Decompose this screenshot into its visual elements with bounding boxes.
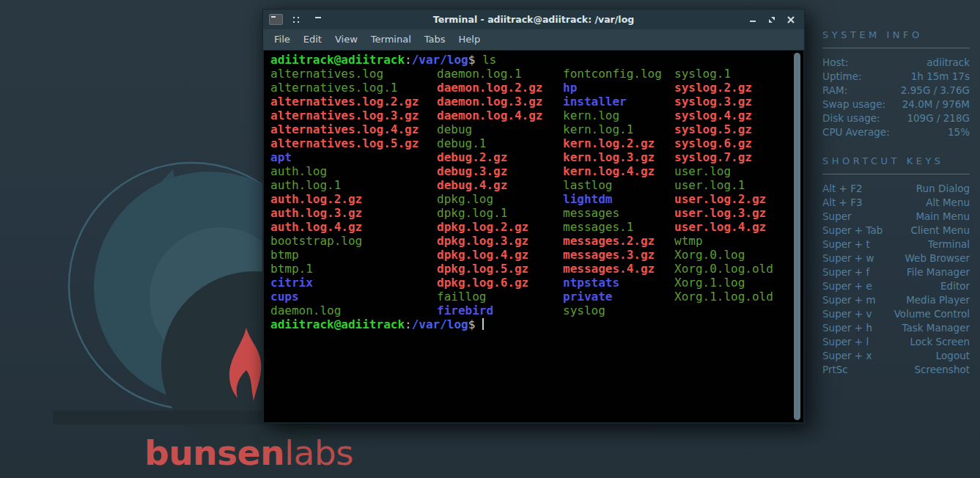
file-entry: debug.1: [437, 136, 543, 150]
maximize-button[interactable]: [765, 13, 779, 26]
conky-row: Super + tTerminal: [822, 238, 970, 251]
terminal-cursor: [482, 318, 485, 330]
file-entry: messages.1: [563, 220, 662, 234]
file-entry: Xorg.1.log: [674, 276, 773, 290]
shortcut-action: Editor: [940, 279, 970, 293]
scrollbar-thumb[interactable]: [794, 53, 800, 420]
conky-row: Super + mMedia Player: [822, 293, 970, 307]
shortcut-key: Alt + F3: [822, 196, 863, 210]
shortcut-action: Main Menu: [915, 210, 970, 224]
sysinfo-label: Host:: [822, 56, 848, 70]
conky-row: Super + wWeb Browser: [822, 251, 970, 265]
file-entry: auth.log.3.gz: [270, 206, 419, 220]
divider: [822, 48, 970, 48]
shortcut-key: Super + x: [822, 349, 872, 363]
file-entry: kern.log.2.gz: [563, 136, 662, 150]
sysinfo-label: Swap usage:: [822, 98, 885, 111]
file-entry: syslog.2.gz: [674, 81, 773, 95]
directory-entry: private: [563, 290, 662, 304]
file-entry: daemon.log: [270, 304, 419, 317]
minimize-button[interactable]: [745, 13, 760, 26]
file-entry: Xorg.0.log.old: [674, 262, 773, 276]
conky-row: Swap usage:24.0M / 976M: [822, 98, 970, 111]
file-entry: dpkg.log.4.gz: [437, 248, 543, 262]
titlebar[interactable]: Terminal - adiitrack@adiitrack: /var/log: [263, 10, 804, 29]
shortcut-keys-rows: Alt + F2Run DialogAlt + F3Alt MenuSuperM…: [822, 182, 970, 377]
file-entry: faillog: [437, 290, 543, 304]
file-entry: messages.2.gz: [563, 234, 662, 248]
file-entry: lastlog: [563, 178, 662, 192]
shortcut-action: Terminal: [928, 238, 970, 251]
shortcut-action: Media Player: [906, 293, 970, 307]
shortcut-action: Alt Menu: [926, 196, 970, 210]
shortcut-key: Super + f: [822, 265, 869, 279]
shade-icon[interactable]: [311, 13, 325, 26]
ls-column-1: alternatives.logalternatives.log.1altern…: [270, 67, 419, 317]
directory-entry: cups: [270, 290, 419, 304]
directory-entry: installer: [563, 95, 662, 109]
sysinfo-label: Disk usage:: [822, 111, 880, 125]
directory-entry: apt: [270, 150, 419, 164]
file-entry: syslog.3.gz: [674, 95, 773, 109]
menu-item-edit[interactable]: Edit: [297, 29, 328, 50]
file-entry: debug.3.gz: [437, 164, 543, 178]
file-entry: btmp: [270, 248, 419, 262]
shortcut-key: Super + v: [822, 307, 872, 321]
menu-item-view[interactable]: View: [328, 29, 364, 50]
close-button[interactable]: [784, 13, 798, 26]
shortcut-key: PrtSc: [822, 363, 848, 377]
conky-row: Disk usage:109G / 218G: [822, 111, 970, 125]
file-entry: dpkg.log: [437, 192, 543, 206]
shortcut-key: Alt + F2: [822, 182, 863, 196]
file-entry: kern.log: [563, 109, 662, 122]
menu-item-tabs[interactable]: Tabs: [418, 29, 452, 50]
shortcut-key: Super + Tab: [822, 224, 883, 238]
file-entry: daemon.log.2.gz: [437, 81, 543, 95]
shortcut-keys-section: SHORTCUT KEYS Alt + F2Run DialogAlt + F3…: [822, 155, 970, 377]
conky-row: Alt + F2Run Dialog: [822, 182, 970, 196]
shortcut-key: Super + e: [822, 279, 872, 293]
file-entry: dpkg.log.6.gz: [437, 276, 543, 290]
sysinfo-label: RAM:: [822, 84, 847, 98]
conky-row: Super + TabClient Menu: [822, 224, 970, 238]
sysinfo-value: 2.95G / 3.76G: [901, 84, 970, 98]
sysinfo-value: 109G / 218G: [907, 111, 970, 125]
menu-item-file[interactable]: File: [268, 29, 297, 50]
sysinfo-value: 1h 15m 17s: [911, 70, 970, 84]
terminal-screen[interactable]: adiitrack@adiitrack:/var/log$ls alternat…: [264, 51, 803, 422]
ls-column-4: syslog.1syslog.2.gzsyslog.3.gzsyslog.4.g…: [674, 67, 773, 304]
shortcut-key: Super + t: [822, 238, 870, 251]
file-entry: dpkg.log.3.gz: [437, 234, 543, 248]
file-entry: syslog.7.gz: [674, 150, 773, 164]
sysinfo-value: adiitrack: [926, 56, 970, 70]
shortcut-key: Super + m: [822, 293, 876, 307]
stick-dots-icon[interactable]: [290, 13, 304, 26]
shortcut-action: Run Dialog: [916, 182, 970, 196]
shortcut-key: Super + w: [822, 251, 874, 265]
file-entry: dpkg.log.2.gz: [437, 220, 543, 234]
conky-row: Super + vVolume Control: [822, 307, 970, 321]
shortcut-action: Volume Control: [894, 307, 970, 321]
file-entry: dpkg.log.5.gz: [437, 262, 543, 276]
prompt-path: /var/log: [412, 53, 468, 67]
conky-row: SuperMain Menu: [822, 210, 970, 224]
file-entry: syslog.1: [674, 67, 773, 81]
file-entry: debug.2.gz: [437, 150, 543, 164]
shortcut-keys-title: SHORTCUT KEYS: [822, 155, 970, 166]
shortcut-action: Logout: [936, 349, 970, 363]
file-entry: messages.3.gz: [563, 248, 662, 262]
file-entry: auth.log.1: [270, 178, 419, 192]
file-entry: syslog: [563, 304, 662, 317]
file-entry: daemon.log.3.gz: [437, 95, 543, 109]
menu-item-terminal[interactable]: Terminal: [364, 29, 418, 50]
prompt-user-host: adiitrack@adiitrack: [270, 317, 405, 331]
menubar: FileEditViewTerminalTabsHelp: [263, 29, 804, 51]
file-entry: fontconfig.log: [563, 67, 662, 81]
file-entry: messages.4.gz: [563, 262, 662, 276]
menu-item-help[interactable]: Help: [452, 29, 487, 50]
terminal-app-icon: [269, 14, 283, 25]
scrollbar[interactable]: [792, 52, 802, 421]
shortcut-key: Super + h: [822, 321, 872, 335]
prompt-user-host: adiitrack@adiitrack: [270, 53, 405, 67]
shortcut-action: Web Browser: [905, 251, 970, 265]
